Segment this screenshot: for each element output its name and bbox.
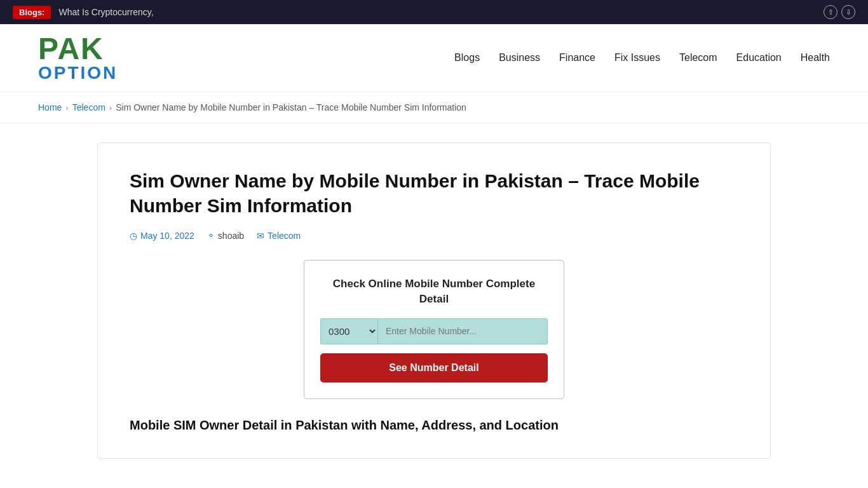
nav-item-education[interactable]: Education: [736, 52, 782, 64]
nav-menu: Blogs Business Finance Fix Issues Teleco…: [454, 52, 830, 64]
meta-author-item: ⚬ shoaib: [207, 231, 244, 241]
article-meta: ◷ May 10, 2022 ⚬ shoaib ✉ Telecom: [130, 231, 738, 241]
nav-item-business[interactable]: Business: [499, 52, 540, 64]
nav-item-finance[interactable]: Finance: [559, 52, 595, 64]
logo-option: OPTION: [38, 64, 118, 82]
meta-category[interactable]: Telecom: [268, 231, 301, 241]
ticker-bar: Blogs: What Is Cryptocurrency, ⇧ ⇩: [0, 0, 868, 24]
ticker-text: What Is Cryptocurrency,: [58, 7, 816, 17]
meta-date: May 10, 2022: [140, 231, 194, 241]
tag-icon: ✉: [257, 231, 264, 241]
ticker-down-arrow[interactable]: ⇩: [841, 5, 855, 19]
breadcrumb-sep-2: ›: [109, 103, 112, 112]
prefix-select[interactable]: 0300 0301 0302 0303 0304 0305 0310 0311 …: [320, 318, 377, 344]
blogs-label: Blogs:: [13, 6, 51, 19]
logo[interactable]: PAK OPTION: [38, 34, 118, 82]
nav-item-telecom[interactable]: Telecom: [679, 52, 717, 64]
meta-category-item: ✉ Telecom: [257, 231, 301, 241]
person-icon: ⚬: [207, 231, 215, 241]
breadcrumb-telecom[interactable]: Telecom: [72, 102, 105, 112]
mobile-check-widget: Check Online Mobile Number Complete Deta…: [304, 260, 564, 399]
section-heading: Mobile SIM Owner Detail in Pakistan with…: [130, 418, 738, 433]
meta-date-item: ◷ May 10, 2022: [130, 231, 194, 241]
logo-pak: PAK: [38, 34, 118, 64]
nav-item-blogs[interactable]: Blogs: [454, 52, 480, 64]
ticker-arrows: ⇧ ⇩: [824, 5, 855, 19]
breadcrumb-current: Sim Owner Name by Mobile Number in Pakis…: [116, 102, 466, 112]
see-detail-button[interactable]: See Number Detail: [320, 353, 548, 383]
widget-title: Check Online Mobile Number Complete Deta…: [320, 276, 548, 307]
clock-icon: ◷: [130, 231, 137, 241]
breadcrumb-sep-1: ›: [65, 103, 68, 112]
ticker-up-arrow[interactable]: ⇧: [824, 5, 837, 19]
nav-item-health[interactable]: Health: [801, 52, 830, 64]
form-row: 0300 0301 0302 0303 0304 0305 0310 0311 …: [320, 318, 548, 344]
header: PAK OPTION Blogs Business Finance Fix Is…: [0, 24, 868, 92]
nav-item-fix-issues[interactable]: Fix Issues: [614, 52, 660, 64]
main-content: Sim Owner Name by Mobile Number in Pakis…: [59, 123, 809, 478]
breadcrumb: Home › Telecom › Sim Owner Name by Mobil…: [0, 92, 868, 123]
mobile-number-input[interactable]: [377, 318, 548, 344]
meta-author: shoaib: [218, 231, 244, 241]
article-container: Sim Owner Name by Mobile Number in Pakis…: [97, 142, 771, 459]
article-title: Sim Owner Name by Mobile Number in Pakis…: [130, 168, 738, 218]
breadcrumb-home[interactable]: Home: [38, 102, 62, 112]
